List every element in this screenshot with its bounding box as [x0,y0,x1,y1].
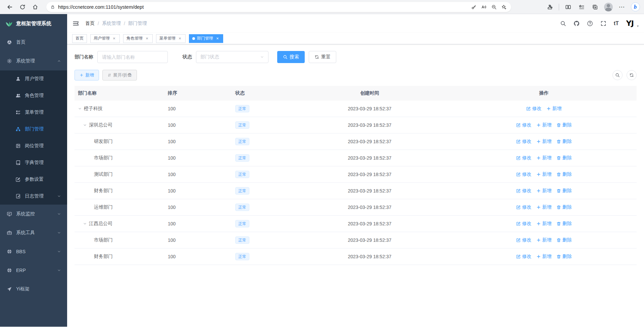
delete-link[interactable]: 删除 [556,188,572,194]
status-select[interactable]: 部门状态 [196,51,268,63]
expand-caret-icon[interactable] [83,123,89,127]
add-button[interactable]: 新增 [75,70,99,80]
favorite-star-icon[interactable] [499,3,509,11]
extensions-icon[interactable] [544,1,555,13]
sidebar-item-menus[interactable]: 菜单管理 [0,104,67,121]
delete-link[interactable]: 删除 [556,171,572,177]
add-link[interactable]: 新增 [536,204,552,210]
edit-link[interactable]: 修改 [516,237,532,243]
sidebar-item-logs[interactable]: 日志管理 [0,188,67,205]
browser-reload-button[interactable] [16,1,29,13]
add-link[interactable]: 新增 [546,106,562,112]
close-icon[interactable]: × [178,36,182,41]
sidebar-item-home[interactable]: 首页 [0,33,67,52]
favorites-bar-icon[interactable] [576,1,587,13]
globe-icon [7,249,12,254]
delete-link[interactable]: 删除 [556,155,572,161]
edit-link[interactable]: 修改 [516,221,532,227]
collections-icon[interactable] [590,1,600,13]
add-link[interactable]: 新增 [536,155,552,161]
sidebar-item-params[interactable]: 参数设置 [0,171,67,188]
url-text[interactable]: https://ccnetcore.com:1101/system/dept [58,4,469,10]
sidebar-item-departments[interactable]: 部门管理 [0,121,67,138]
close-icon[interactable]: × [215,36,220,41]
add-link[interactable]: 新增 [536,254,552,260]
sidebar-item-posts[interactable]: 岗位管理 [0,138,67,154]
fullscreen-icon[interactable] [600,20,606,26]
org-tree-icon [15,126,21,132]
expand-caret-icon[interactable] [78,107,84,111]
help-icon[interactable] [587,20,593,26]
sidebar-item-roles[interactable]: 角色管理 [0,87,67,104]
delete-link[interactable]: 删除 [556,204,572,210]
tab-menus[interactable]: 菜单管理 × [156,34,186,43]
browser-home-button[interactable] [29,1,42,13]
avatar-caret-icon[interactable]: ▾ [637,24,639,28]
cell-sort: 100 [164,139,232,144]
plus-icon [546,106,551,111]
edit-link[interactable]: 修改 [516,204,532,210]
browser-back-button[interactable] [3,1,16,13]
expand-caret-icon[interactable] [83,222,89,226]
delete-link[interactable]: 删除 [556,254,572,260]
delete-link[interactable]: 删除 [556,221,572,227]
add-label: 新增 [542,237,552,243]
split-screen-icon[interactable] [563,1,574,13]
cell-actions: 修改 新增 删除 [451,237,637,243]
delete-label: 删除 [562,122,572,128]
add-link[interactable]: 新增 [536,221,552,227]
delete-link[interactable]: 删除 [556,237,572,243]
add-link[interactable]: 新增 [536,122,552,128]
tab-departments[interactable]: 部门管理 × [189,34,223,43]
sidebar-item-bbs[interactable]: BBS [0,242,67,261]
sidebar-item-yiframework[interactable]: Yi框架 [0,280,67,298]
sidebar-item-monitor[interactable]: 系统监控 [0,205,67,223]
edit-link[interactable]: 修改 [526,106,542,112]
reset-button[interactable]: 重置 [309,51,336,63]
tab-users[interactable]: 用户管理 × [90,34,120,43]
user-avatar-logo[interactable]: YJ [626,20,634,27]
show-search-button[interactable] [612,70,623,80]
delete-link[interactable]: 删除 [556,139,572,145]
close-icon[interactable]: × [112,36,116,41]
text-size-icon[interactable]: tT [614,20,619,26]
read-aloud-icon[interactable] [479,3,489,11]
add-link[interactable]: 新增 [536,188,552,194]
cell-dept-name: 江西总公司 [75,221,164,227]
edit-link[interactable]: 修改 [516,122,532,128]
sidebar-item-system[interactable]: 系统管理 [0,52,67,70]
sidebar-item-erp[interactable]: ERP [0,261,67,280]
refresh-table-button[interactable] [627,70,637,80]
add-link[interactable]: 新增 [536,139,552,145]
delete-link[interactable]: 删除 [556,122,572,128]
edit-link[interactable]: 修改 [516,155,532,161]
search-button[interactable]: 搜索 [277,51,305,63]
header-search-icon[interactable] [560,20,566,26]
profile-avatar[interactable] [603,1,614,13]
breadcrumb-home[interactable]: 首页 [85,20,95,26]
zoom-out-icon[interactable] [489,3,499,11]
close-icon[interactable]: × [145,36,149,41]
expand-collapse-button[interactable]: 展开/折叠 [102,70,137,80]
add-link[interactable]: 新增 [536,171,552,177]
edit-link[interactable]: 修改 [516,139,532,145]
sidebar-item-users[interactable]: 用户管理 [0,70,67,87]
address-bar[interactable]: https://ccnetcore.com:1101/system/dept [46,2,511,12]
status-badge: 正常 [235,138,249,145]
cell-actions: 修改 新增 [451,106,637,112]
app-logo[interactable]: 意框架管理系统 [0,14,67,33]
edit-link[interactable]: 修改 [516,254,532,260]
tab-home[interactable]: 首页 [72,34,87,43]
copilot-icon[interactable]: b [630,1,641,13]
sidebar-item-dict[interactable]: 字典管理 [0,154,67,171]
tab-roles[interactable]: 角色管理 × [123,34,153,43]
hamburger-icon[interactable] [72,20,79,27]
add-link[interactable]: 新增 [536,237,552,243]
dept-name-input[interactable] [97,51,168,63]
sidebar-item-tools[interactable]: 系统工具 [0,223,67,242]
github-icon[interactable] [574,20,580,26]
edit-link[interactable]: 修改 [516,188,532,194]
browser-menu-icon[interactable]: ⋯ [616,1,627,13]
password-key-icon[interactable] [469,3,479,11]
edit-link[interactable]: 修改 [516,171,532,177]
